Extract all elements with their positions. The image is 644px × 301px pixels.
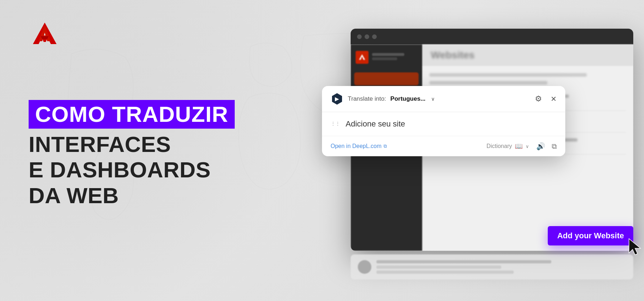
- popup-footer: Open in DeepL.com ⧉ Dictionary 📖 ∨ 🔊 ⧉: [322, 136, 565, 156]
- open-in-deepl-text: Open in DeepL.com: [331, 143, 381, 149]
- dictionary-chevron-icon: ∨: [526, 144, 529, 149]
- popup-body: ⋮⋮ Adicione seu site: [322, 112, 565, 136]
- sidebar-logo-icon: [358, 54, 366, 61]
- brand-logo: [29, 20, 61, 48]
- svg-marker-25: [629, 239, 640, 255]
- headline-line1: INTERFACES: [29, 132, 235, 157]
- cursor-arrow: [626, 237, 644, 257]
- bottom-avatar: [358, 260, 371, 274]
- dictionary-label: Dictionary: [487, 143, 512, 149]
- window-maximize-dot: [372, 34, 377, 39]
- blurred-line-2: [429, 81, 547, 85]
- add-website-container: Add your Website: [548, 226, 633, 245]
- right-content: Websites: [333, 0, 644, 301]
- svg-text:▶: ▶: [335, 96, 339, 102]
- headline-line3: DA WEB: [29, 183, 235, 208]
- popup-header: ▶ Translate into: Portugues... ∨ ⚙ ✕: [322, 86, 565, 112]
- svg-point-4: [178, 35, 180, 37]
- footer-icons: 🔊 ⧉: [536, 142, 557, 150]
- open-in-deepl-link[interactable]: Open in DeepL.com ⧉: [331, 143, 387, 149]
- close-icon[interactable]: ✕: [551, 95, 557, 103]
- blurred-line-1: [429, 73, 587, 77]
- main-title-blurred: Websites: [431, 49, 474, 61]
- sidebar-text-block: [372, 53, 417, 62]
- bottom-line-2: [376, 266, 501, 269]
- svg-marker-22: [361, 58, 363, 58]
- logo-area: [29, 20, 61, 50]
- bottom-line-3: [376, 271, 514, 274]
- browser-titlebar: [351, 29, 633, 44]
- translate-language: Portugues...: [390, 95, 425, 102]
- svg-point-9: [178, 71, 180, 72]
- book-icon: 📖: [515, 142, 523, 150]
- svg-point-2: [107, 35, 108, 37]
- window-minimize-dot: [365, 34, 369, 39]
- svg-marker-21: [359, 54, 365, 59]
- deepl-icon: ▶: [331, 92, 343, 105]
- browser-main-header: Websites: [422, 44, 633, 66]
- sidebar-nav-item-1: [354, 72, 419, 85]
- svg-point-6: [71, 71, 72, 72]
- svg-point-1: [71, 35, 72, 37]
- dictionary-button[interactable]: Dictionary 📖 ∨: [487, 142, 529, 150]
- svg-point-8: [142, 71, 144, 72]
- language-dropdown-button[interactable]: ∨: [431, 96, 435, 102]
- svg-point-5: [35, 71, 36, 72]
- window-close-dot: [357, 34, 362, 39]
- bottom-line-1: [376, 260, 551, 263]
- chevron-down-icon: ∨: [431, 96, 435, 102]
- sound-icon[interactable]: 🔊: [536, 142, 545, 150]
- sidebar-text-line2: [372, 57, 397, 60]
- translate-into-label: Translate into:: [348, 95, 386, 102]
- sidebar-logo-box: [356, 51, 369, 64]
- left-content: COMO TRADUZIR INTERFACES E DASHBOARDS DA…: [29, 93, 235, 208]
- headline-highlight: COMO TRADUZIR: [29, 100, 235, 129]
- sidebar-logo-area: [351, 44, 422, 70]
- bottom-text-block: [376, 260, 626, 274]
- drag-handle: ⋮⋮: [331, 122, 340, 126]
- copy-icon[interactable]: ⧉: [552, 142, 557, 150]
- external-link-icon: ⧉: [384, 143, 387, 149]
- translated-text: Adicione seu site: [346, 119, 557, 129]
- svg-point-3: [142, 35, 144, 37]
- headline-container: COMO TRADUZIR INTERFACES E DASHBOARDS DA…: [29, 100, 235, 208]
- add-website-badge[interactable]: Add your Website: [548, 226, 633, 245]
- svg-point-7: [107, 71, 108, 72]
- headline-line2: E DASHBOARDS: [29, 157, 235, 182]
- browser-bottom-section: [351, 254, 633, 280]
- translation-popup: ▶ Translate into: Portugues... ∨ ⚙ ✕ ⋮⋮ …: [322, 86, 565, 156]
- settings-icon[interactable]: ⚙: [535, 94, 542, 104]
- sidebar-text-line1: [372, 53, 404, 56]
